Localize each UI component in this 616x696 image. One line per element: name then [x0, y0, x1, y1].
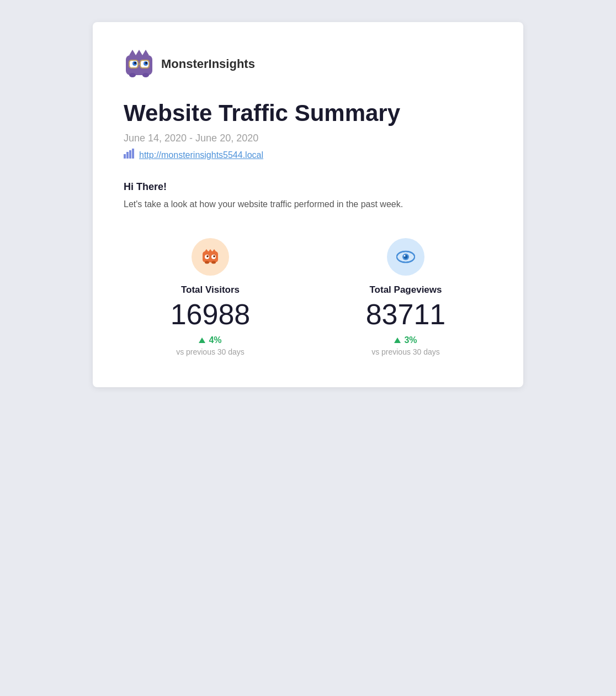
visitors-up-arrow [199, 338, 205, 343]
visitors-label: Total Visitors [181, 284, 240, 296]
stat-item-visitors: Total Visitors 16988 4% vs previous 30 d… [124, 238, 297, 356]
svg-point-27 [207, 256, 208, 257]
svg-rect-18 [132, 149, 134, 159]
greeting-section: Hi There! Let's take a look at how your … [124, 177, 492, 212]
visitors-compare: vs previous 30 days [176, 347, 245, 356]
svg-point-28 [214, 256, 215, 257]
date-range: June 14, 2020 - June 20, 2020 [124, 133, 492, 144]
svg-marker-1 [129, 50, 136, 55]
svg-point-9 [145, 62, 147, 64]
eye-icon [396, 250, 415, 263]
page-title: Website Traffic Summary [124, 99, 492, 127]
visitors-icon-circle [192, 238, 229, 276]
pageviews-value: 83711 [366, 300, 446, 329]
greeting-title: Hi There! [124, 181, 492, 193]
title-section: Website Traffic Summary June 14, 2020 - … [124, 99, 492, 161]
website-url: http://monsterinsights5544.local [139, 150, 263, 160]
visitors-change-value: 4% [209, 335, 221, 345]
greeting-body: Let's take a look at how your website tr… [124, 197, 492, 212]
visitors-change: 4% [199, 335, 221, 345]
svg-point-29 [205, 261, 209, 263]
svg-point-13 [129, 73, 136, 77]
pageviews-change: 3% [394, 335, 417, 345]
logo-text: MonsterInsights [161, 57, 255, 71]
chart-icon [124, 149, 135, 161]
svg-point-14 [142, 73, 149, 77]
svg-marker-3 [142, 50, 149, 55]
svg-rect-16 [126, 152, 129, 159]
svg-rect-15 [124, 154, 126, 159]
svg-rect-17 [129, 150, 131, 159]
svg-point-8 [134, 62, 136, 64]
svg-marker-20 [205, 249, 208, 251]
pageviews-label: Total Pageviews [369, 284, 442, 296]
svg-marker-21 [209, 249, 212, 251]
website-link[interactable]: http://monsterinsights5544.local [124, 149, 492, 161]
main-card: MonsterInsights Website Traffic Summary … [93, 22, 523, 387]
visitors-icon [201, 249, 219, 265]
svg-point-30 [211, 261, 216, 263]
pageviews-change-value: 3% [404, 335, 417, 345]
pageviews-compare: vs previous 30 days [371, 347, 440, 356]
logo-section: MonsterInsights [124, 49, 492, 80]
svg-marker-22 [213, 249, 216, 251]
stat-item-pageviews: Total Pageviews 83711 3% vs previous 30 … [319, 238, 492, 356]
svg-marker-2 [136, 50, 142, 55]
pageviews-up-arrow [394, 338, 401, 343]
visitors-value: 16988 [171, 300, 251, 329]
svg-point-35 [404, 255, 406, 256]
pageviews-icon-circle [387, 238, 424, 276]
stats-section: Total Visitors 16988 4% vs previous 30 d… [124, 238, 492, 356]
monsterinsights-logo-icon [124, 49, 155, 80]
